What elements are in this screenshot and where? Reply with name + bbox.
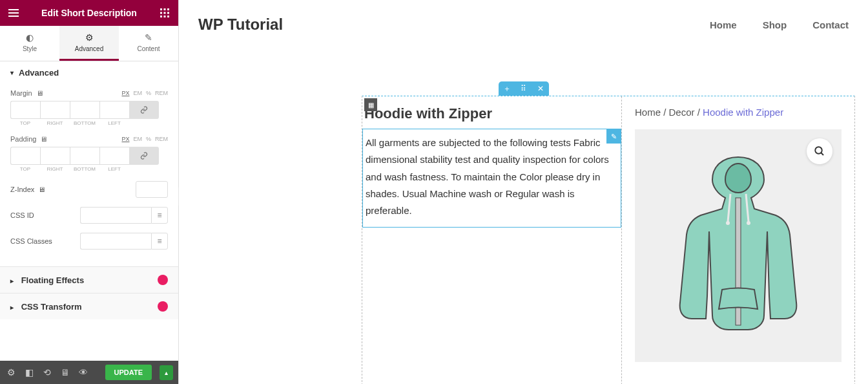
svg-rect-7 <box>164 16 166 17</box>
happy-addons-badge <box>158 275 168 285</box>
svg-rect-4 <box>164 12 166 14</box>
widgets-grid-icon[interactable] <box>159 7 170 19</box>
svg-rect-2 <box>167 8 169 10</box>
unit-rem[interactable]: REM <box>155 90 168 96</box>
unit-pct[interactable]: % <box>146 136 151 142</box>
breadcrumb-current: Hoodie with Zipper <box>703 107 783 118</box>
navigator-icon[interactable]: ◧ <box>23 367 35 378</box>
settings-icon[interactable]: ⚙ <box>5 367 17 378</box>
unit-em[interactable]: EM <box>133 90 142 96</box>
unit-rem[interactable]: REM <box>155 136 168 142</box>
desktop-icon[interactable]: 🖥 <box>36 89 43 97</box>
contrast-icon: ◐ <box>3 32 57 43</box>
panel-footer: ⚙ ◧ ⟲ 🖥 👁 UPDATE ▴ <box>0 361 178 384</box>
desktop-icon[interactable]: 🖥 <box>40 135 47 143</box>
responsive-icon[interactable]: 🖥 <box>59 367 71 378</box>
breadcrumb-category[interactable]: Decor <box>669 107 695 118</box>
delete-section-button[interactable]: ✕ <box>532 81 549 96</box>
update-options-button[interactable]: ▴ <box>160 365 173 380</box>
panel-header: Edit Short Description <box>0 0 178 26</box>
section-toolbar: ＋ ⠿ ✕ <box>499 81 549 96</box>
padding-bottom-input[interactable] <box>70 147 99 165</box>
link-values-button[interactable] <box>129 101 159 119</box>
hoodie-illustration <box>661 147 816 341</box>
dynamic-tag-button[interactable]: ≡ <box>151 233 168 250</box>
preview-icon[interactable]: 👁 <box>78 367 89 378</box>
margin-left-input[interactable] <box>99 101 129 119</box>
zindex-label: Z-Index 🖥 <box>10 186 45 193</box>
svg-rect-8 <box>167 16 169 17</box>
padding-top-input[interactable] <box>10 147 40 165</box>
product-title[interactable]: Hoodie with Zipper <box>362 96 621 129</box>
svg-rect-6 <box>160 16 162 17</box>
tab-style[interactable]: ◐ Style <box>0 26 59 61</box>
breadcrumb-home[interactable]: Home <box>635 107 661 118</box>
happy-addons-badge <box>158 301 168 312</box>
short-description-widget[interactable]: ✎ All garments are subjected to the foll… <box>362 129 621 228</box>
link-values-button[interactable] <box>129 147 159 165</box>
update-button[interactable]: UPDATE <box>105 365 152 380</box>
pencil-icon: ✎ <box>121 32 176 43</box>
hamburger-icon[interactable] <box>8 7 19 19</box>
breadcrumb: Home / Decor / Hoodie with Zipper <box>635 107 842 118</box>
site-header: WP Tutorial Home Shop Contact <box>179 0 868 56</box>
unit-px[interactable]: PX <box>121 136 129 142</box>
product-image[interactable] <box>635 129 842 362</box>
zindex-input[interactable] <box>136 181 168 198</box>
padding-label: Padding 🖥 <box>10 135 47 143</box>
edit-section-button[interactable]: ⠿ <box>515 81 532 96</box>
svg-point-14 <box>747 221 750 225</box>
nav-home[interactable]: Home <box>710 19 737 30</box>
caret-right-icon: ▸ <box>10 304 14 311</box>
margin-bottom-input[interactable] <box>70 101 99 119</box>
svg-rect-5 <box>167 12 169 14</box>
edit-widget-button[interactable]: ✎ <box>606 129 621 144</box>
svg-rect-0 <box>160 8 162 10</box>
margin-right-input[interactable] <box>40 101 70 119</box>
margin-label: Margin 🖥 <box>10 89 43 97</box>
caret-down-icon: ▾ <box>10 69 14 76</box>
svg-point-9 <box>815 147 822 154</box>
cssclasses-input[interactable] <box>80 233 151 250</box>
gear-icon: ⚙ <box>62 32 116 43</box>
tab-advanced[interactable]: ⚙ Advanced <box>59 26 119 61</box>
zoom-icon[interactable] <box>807 138 832 164</box>
section-floating-effects[interactable]: ▸ Floating Effects <box>0 266 178 293</box>
padding-left-input[interactable] <box>99 147 129 165</box>
short-description-text: All garments are subjected to the follow… <box>363 129 621 227</box>
cssid-input[interactable] <box>80 207 151 224</box>
svg-rect-3 <box>160 12 162 14</box>
cssclasses-label: CSS Classes <box>10 237 52 245</box>
add-section-button[interactable]: ＋ <box>499 81 515 96</box>
padding-right-input[interactable] <box>40 147 70 165</box>
panel-title: Edit Short Description <box>19 8 159 18</box>
unit-em[interactable]: EM <box>133 136 142 142</box>
svg-rect-1 <box>164 8 166 10</box>
site-title[interactable]: WP Tutorial <box>198 16 283 34</box>
caret-right-icon: ▸ <box>10 277 14 284</box>
nav-contact[interactable]: Contact <box>812 19 849 30</box>
section-advanced-toggle[interactable]: ▾ Advanced <box>0 61 178 84</box>
unit-px[interactable]: PX <box>121 90 129 96</box>
history-icon[interactable]: ⟲ <box>41 367 53 378</box>
tab-content[interactable]: ✎ Content <box>119 26 178 61</box>
section-css-transform[interactable]: ▸ CSS Transform <box>0 293 178 319</box>
svg-point-13 <box>726 221 730 225</box>
cssid-label: CSS ID <box>10 211 34 219</box>
desktop-icon[interactable]: 🖥 <box>38 186 45 193</box>
unit-pct[interactable]: % <box>146 90 151 96</box>
dynamic-tag-button[interactable]: ≡ <box>151 207 168 224</box>
nav-shop[interactable]: Shop <box>763 19 787 30</box>
margin-top-input[interactable] <box>10 101 40 119</box>
svg-line-10 <box>821 153 823 155</box>
column-handle[interactable]: ▦ <box>364 98 377 111</box>
